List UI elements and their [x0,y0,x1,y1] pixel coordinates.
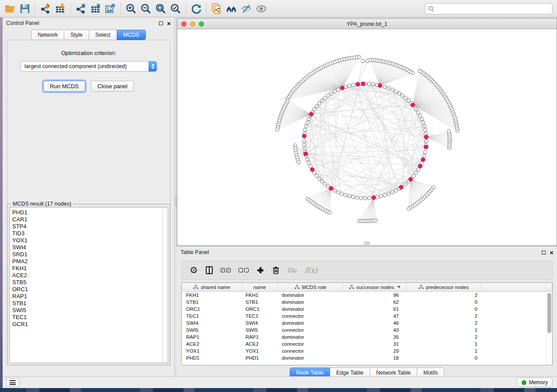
graph-node[interactable] [425,139,428,143]
graph-node[interactable] [302,139,306,143]
table-row[interactable]: TEC1TEC1connector472 [182,313,546,320]
graph-node[interactable] [391,88,394,92]
apply-layout-button[interactable] [189,2,204,16]
graph-node[interactable] [432,186,435,189]
graph-node[interactable] [323,96,327,100]
delete-column-icon[interactable] [272,266,280,275]
graph-node[interactable] [361,59,365,63]
graph-node[interactable] [383,85,387,89]
graph-node[interactable] [408,177,412,181]
table-row[interactable]: FKH1FKH1dominator962 [182,292,546,299]
graph-node[interactable] [313,107,316,111]
graph-node[interactable] [367,82,371,86]
table-scrollbar-thumb[interactable] [547,293,551,333]
table-row[interactable]: SWI5SWI5connector431 [182,327,546,334]
graph-node[interactable] [414,171,418,175]
graph-node[interactable] [424,145,428,149]
graph-node[interactable] [399,185,403,189]
graph-node[interactable] [407,99,410,102]
graph-node[interactable] [394,90,398,93]
graph-node[interactable] [329,186,333,190]
graph-node[interactable] [416,168,420,172]
graph-node[interactable] [419,114,422,117]
graph-node[interactable] [305,158,309,161]
network-window-titlebar[interactable]: YPA_prune.txt_1 [177,19,557,29]
zoom-in-button[interactable] [124,2,138,16]
graph-node[interactable] [375,195,379,199]
graph-node[interactable] [307,117,311,121]
table-settings-icon[interactable]: ⚙ [190,266,198,275]
graph-node[interactable] [423,128,427,131]
graph-node[interactable] [352,195,355,199]
tab-select[interactable]: Select [89,30,117,40]
graph-node[interactable] [309,112,313,116]
graph-node[interactable] [302,143,306,147]
table-row[interactable]: YOX1YOX1connector291 [182,347,546,354]
add-column-icon[interactable] [256,266,264,274]
graph-node[interactable] [398,92,401,95]
graph-node[interactable] [418,69,422,72]
mcds-result-item[interactable]: TEC1 [12,314,168,321]
graph-node[interactable] [310,168,314,172]
column-header-successor-nodes[interactable]: successor nodes [343,283,407,291]
graph-node[interactable] [302,134,306,138]
graph-node[interactable] [447,130,451,133]
close-panel-icon[interactable]: × [167,21,171,25]
graph-node[interactable] [356,196,359,199]
table-row[interactable]: ACE2ACE2connector311 [182,340,546,347]
graph-node[interactable] [333,189,336,192]
export-image-button[interactable] [103,2,118,16]
select-all-columns-icon[interactable]: ✓✓ [221,268,231,272]
mcds-result-list[interactable]: PHD1CAR1STP4TID3YOX1SWI4SRD1PMA2FKH1ACE2… [9,207,168,363]
graph-node[interactable] [361,82,365,86]
tab-network[interactable]: Network [31,30,64,40]
graph-node[interactable] [320,180,324,183]
graph-node[interactable] [391,190,394,194]
graph-node[interactable] [326,94,330,97]
graph-node[interactable] [387,192,391,196]
task-history-button[interactable] [6,378,19,387]
mcds-result-item[interactable]: FKH1 [12,265,168,272]
graph-node[interactable] [420,117,423,121]
graph-node[interactable] [360,196,363,200]
graph-node[interactable] [374,219,377,222]
table-row[interactable]: PHD1PHD1dominator180 [182,354,546,361]
graph-node[interactable] [304,124,308,128]
graph-node[interactable] [422,154,426,158]
mcds-list-scrollbar[interactable] [162,207,168,363]
graph-node[interactable] [412,174,415,178]
float-table-panel-icon[interactable] [542,251,546,254]
show-all-button[interactable] [254,2,269,16]
graph-node[interactable] [421,158,425,162]
run-mcds-button[interactable]: Run MCDS [43,81,85,92]
mcds-result-item[interactable]: STB1 [12,300,168,307]
graph-node[interactable] [383,193,387,197]
mcds-result-item[interactable]: SRD1 [12,251,168,258]
tab-style[interactable]: Style [64,30,89,40]
graph-node[interactable] [307,161,311,165]
graph-node[interactable] [387,86,391,90]
graph-node[interactable] [336,190,340,194]
graph-node[interactable] [329,92,333,95]
column-header-MCDS-role[interactable]: MCDS role [278,283,343,291]
graph-node[interactable] [276,128,279,131]
show-columns-icon[interactable] [206,266,213,274]
save-session-button[interactable] [17,2,32,16]
graph-node[interactable] [352,83,355,87]
column-header-name[interactable]: name [242,283,278,291]
graph-node[interactable] [378,83,382,87]
mcds-result-item[interactable]: PMA2 [12,258,168,265]
mcds-result-item[interactable]: ORC1 [12,286,168,293]
zoom-out-button[interactable] [138,2,153,16]
close-panel-button[interactable]: Close panel [91,81,134,92]
hide-selected-button[interactable] [239,2,254,16]
graph-node[interactable] [340,86,344,90]
mcds-result-item[interactable]: RAP1 [12,293,168,300]
mcds-result-item[interactable]: PHD1 [12,209,168,216]
table-row[interactable]: ORC1ORC1dominator610 [182,306,546,313]
graph-node[interactable] [304,128,307,131]
graph-node[interactable] [423,151,427,154]
column-header-shared-name[interactable]: shared name [182,283,242,291]
graph-node[interactable] [422,124,426,128]
mcds-result-item[interactable]: SWI4 [12,244,168,251]
